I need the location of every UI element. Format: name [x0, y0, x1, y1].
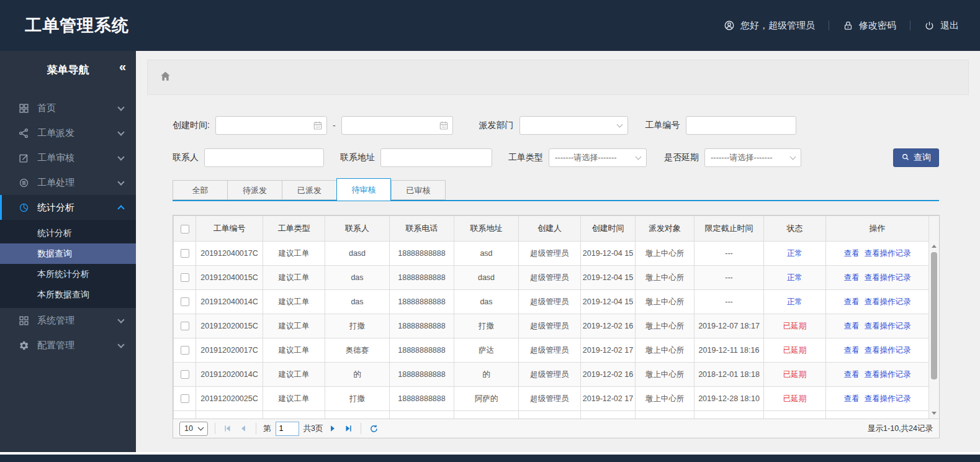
- sidebar-item-label: 统计分析: [37, 202, 74, 214]
- address-cell: das: [454, 290, 519, 314]
- target-cell: 墩上中心所: [636, 314, 695, 338]
- status-text: 正常: [787, 273, 802, 282]
- scroll-up-icon[interactable]: [932, 245, 937, 248]
- change-password-link[interactable]: 修改密码: [843, 20, 896, 32]
- table-scrollbar[interactable]: [928, 241, 939, 419]
- submenu-item-statistics[interactable]: 统计分析: [0, 223, 136, 243]
- page-input[interactable]: [276, 422, 299, 436]
- edit-icon: [18, 152, 29, 163]
- sidebar-item-system[interactable]: 系统管理: [0, 308, 136, 333]
- sidebar-item-review[interactable]: 工单审核: [0, 145, 136, 170]
- delay-label: 是否延期: [664, 152, 699, 163]
- logout-text: 退出: [940, 20, 959, 32]
- search-button[interactable]: 查询: [893, 148, 939, 167]
- sidebar-item-process[interactable]: 工单处理: [0, 170, 136, 195]
- first-page-button[interactable]: [222, 423, 233, 434]
- create-time-end-input[interactable]: [341, 116, 453, 135]
- address-cell: dasd: [454, 266, 519, 290]
- scroll-down-icon[interactable]: [932, 412, 937, 415]
- refresh-button[interactable]: [368, 423, 379, 434]
- user-greeting[interactable]: 您好，超级管理员: [724, 20, 815, 32]
- row-checkbox[interactable]: [181, 346, 189, 355]
- row-checkbox[interactable]: [181, 322, 189, 330]
- status-cell: 正常: [764, 266, 826, 290]
- total-pages-label: 共3页: [303, 424, 323, 434]
- view-log-link[interactable]: 查看操作记录: [865, 346, 911, 355]
- order-type-select[interactable]: -------请选择-------: [549, 148, 647, 167]
- logout-link[interactable]: 退出: [924, 20, 959, 32]
- page-size-select[interactable]: 10: [179, 422, 208, 436]
- create-time-start-input[interactable]: [215, 116, 327, 135]
- topbar: 工单管理系统 您好，超级管理员 修改密码 退出: [0, 0, 980, 51]
- scrollbar-thumb[interactable]: [931, 252, 937, 379]
- created-cell: 2019-12-02 17: [581, 338, 636, 363]
- scrollbar-header-cell: [929, 216, 940, 242]
- order-no-input[interactable]: [686, 116, 796, 135]
- tab-reviewed[interactable]: 已审核: [391, 180, 446, 200]
- date-range-separator: -: [333, 120, 336, 130]
- submenu-item-local-statistics[interactable]: 本所统计分析: [0, 264, 136, 284]
- next-page-button[interactable]: [327, 423, 338, 434]
- contact-cell: das: [325, 290, 390, 314]
- chevron-down-icon: [117, 129, 124, 135]
- address-input[interactable]: [380, 148, 492, 167]
- view-log-link[interactable]: 查看操作记录: [865, 394, 911, 403]
- share-icon: [18, 127, 29, 138]
- checkbox-cell: [174, 314, 196, 338]
- create-time-label: 创建时间:: [173, 120, 210, 131]
- chevron-down-icon: [117, 341, 124, 348]
- tab-all[interactable]: 全部: [173, 180, 227, 200]
- view-log-link[interactable]: 查看操作记录: [865, 297, 911, 306]
- submenu-item-data-query[interactable]: 数据查询: [0, 243, 136, 264]
- contact-input[interactable]: [204, 148, 324, 167]
- sidebar-title: 菜单导航: [47, 63, 89, 77]
- creator-cell: 超级管理员: [519, 338, 581, 363]
- prev-page-button[interactable]: [238, 423, 249, 434]
- checkbox-cell: [174, 411, 196, 419]
- sidebar-item-dispatch[interactable]: 工单派发: [0, 120, 136, 145]
- row-checkbox[interactable]: [181, 249, 189, 258]
- create-time-end: [341, 116, 453, 135]
- delay-select[interactable]: -------请选择-------: [704, 148, 801, 167]
- tab-dispatched[interactable]: 已派发: [282, 180, 336, 200]
- order-type-cell: 建议工单: [263, 290, 325, 314]
- sidebar-item-statistics[interactable]: 统计分析: [0, 195, 136, 220]
- row-checkbox[interactable]: [181, 370, 189, 379]
- sidebar-item-label: 首页: [37, 102, 56, 114]
- sidebar-item-config[interactable]: 配置管理: [0, 333, 136, 358]
- view-log-link[interactable]: 查看操作记录: [865, 249, 911, 258]
- orders-table: 工单编号 工单类型 联系人 联系电话 联系地址 创建人 创建时间 派发对象 限定…: [173, 215, 939, 419]
- view-link[interactable]: 查看: [844, 346, 860, 355]
- view-link[interactable]: 查看: [844, 370, 860, 379]
- view-link[interactable]: 查看: [844, 249, 860, 258]
- view-link[interactable]: 查看: [844, 322, 860, 330]
- tab-to-review[interactable]: 待审核: [336, 178, 391, 201]
- contact-cell: das: [325, 266, 390, 290]
- select-value: -------请选择-------: [555, 152, 617, 163]
- view-link[interactable]: 查看: [844, 273, 860, 282]
- row-checkbox[interactable]: [181, 297, 189, 306]
- checkbox-cell: [174, 290, 196, 314]
- sidebar-nav: 首页 工单派发 工单审核 工单处理: [0, 88, 136, 358]
- select-all-checkbox[interactable]: [181, 225, 189, 233]
- sidebar-item-home[interactable]: 首页: [0, 96, 136, 120]
- table-row: 201912040015C 建议工单 das 18888888888 dasd …: [174, 266, 940, 290]
- submenu-item-local-data-query[interactable]: 本所数据查询: [0, 284, 136, 305]
- filter-row-1: 创建时间: - 派发部门 工单编号: [173, 116, 939, 135]
- status-cell: 正常: [764, 242, 826, 266]
- last-page-button[interactable]: [343, 423, 354, 434]
- view-log-link[interactable]: 查看操作记录: [865, 370, 911, 379]
- tab-to-dispatch[interactable]: 待派发: [227, 180, 282, 200]
- row-checkbox[interactable]: [181, 394, 189, 403]
- view-link[interactable]: 查看: [844, 394, 860, 403]
- status-cell: 已延期: [764, 314, 826, 338]
- dispatch-dept-select[interactable]: [519, 116, 628, 135]
- view-log-link[interactable]: 查看操作记录: [865, 322, 911, 330]
- row-checkbox[interactable]: [181, 273, 189, 282]
- view-log-link[interactable]: 查看操作记录: [865, 273, 911, 282]
- collapse-icon[interactable]: «: [119, 60, 125, 74]
- chevron-down-icon: [636, 154, 642, 160]
- pager-divider: [215, 423, 215, 434]
- home-icon[interactable]: [160, 70, 171, 84]
- view-link[interactable]: 查看: [844, 297, 860, 306]
